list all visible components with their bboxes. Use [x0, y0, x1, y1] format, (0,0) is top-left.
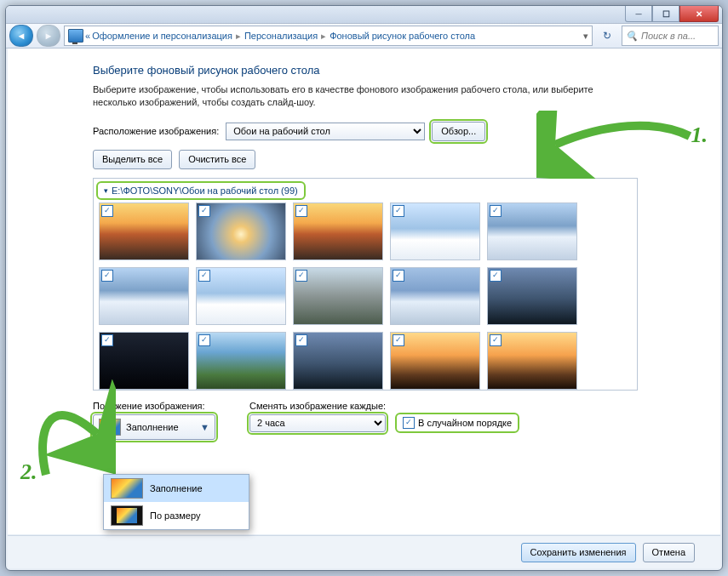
- thumbnail[interactable]: ✓: [99, 267, 189, 325]
- back-button[interactable]: ◄: [9, 25, 33, 47]
- thumb-checkbox[interactable]: ✓: [490, 334, 502, 346]
- thumb-checkbox[interactable]: ✓: [101, 334, 113, 346]
- position-option-fill[interactable]: Заполнение: [104, 475, 249, 502]
- maximize-button[interactable]: ☐: [652, 6, 679, 22]
- thumbnail[interactable]: ✓: [196, 332, 286, 390]
- interval-select[interactable]: 2 часа: [249, 414, 386, 432]
- thumbnail[interactable]: ✓: [487, 267, 577, 325]
- position-option-fit[interactable]: По размеру: [104, 502, 249, 529]
- shuffle-checkbox[interactable]: ✓ В случайном порядке: [398, 415, 517, 431]
- thumbnail[interactable]: ✓: [390, 202, 480, 260]
- breadcrumb-seg-2[interactable]: Персонализация: [244, 31, 318, 41]
- chevron-down-icon: ▼: [200, 422, 209, 432]
- search-placeholder: Поиск в па...: [641, 31, 696, 41]
- annotation-1: 1.: [691, 123, 708, 148]
- thumb-checkbox[interactable]: ✓: [393, 205, 404, 217]
- thumbnail[interactable]: ✓: [99, 332, 189, 390]
- search-input[interactable]: 🔍 Поиск в па...: [622, 26, 719, 46]
- thumb-checkbox[interactable]: ✓: [295, 334, 307, 346]
- control-panel-icon: [68, 29, 83, 43]
- thumbnail[interactable]: ✓: [293, 202, 383, 260]
- thumb-checkbox[interactable]: ✓: [198, 270, 210, 282]
- close-button[interactable]: ✕: [679, 6, 719, 22]
- thumb-checkbox[interactable]: ✓: [393, 334, 404, 346]
- search-icon: 🔍: [626, 31, 638, 42]
- breadcrumb-seg-3[interactable]: Фоновый рисунок рабочего стола: [330, 31, 475, 41]
- thumb-checkbox[interactable]: ✓: [490, 270, 502, 282]
- expand-icon: ▾: [104, 186, 108, 195]
- position-select[interactable]: Заполнение ▼: [93, 414, 215, 440]
- folder-header[interactable]: ▾ E:\ФОТО\SONY\Обои на рабочий стол (99): [99, 184, 303, 197]
- browse-button[interactable]: Обзор...: [432, 122, 485, 141]
- thumbnails: ✓ ✓ ✓ ✓ ✓ ✓ ✓ ✓ ✓ ✓ ✓ ✓ ✓ ✓ ✓: [99, 202, 632, 390]
- thumbnail[interactable]: ✓: [487, 332, 577, 390]
- navigation-bar: ◄ ► « Оформление и персонализация ▸ Перс…: [6, 24, 722, 48]
- select-all-button[interactable]: Выделить все: [93, 150, 172, 169]
- content-area: Выберите фоновый рисунок рабочего стола …: [8, 48, 720, 534]
- footer-bar: Сохранить изменения Отмена: [8, 535, 720, 568]
- forward-button[interactable]: ►: [37, 25, 60, 47]
- thumbnail[interactable]: ✓: [293, 267, 383, 325]
- position-dropdown[interactable]: Заполнение По размеру: [103, 474, 249, 530]
- interval-label: Сменять изображение каждые:: [249, 401, 517, 411]
- location-label: Расположение изображения:: [93, 126, 219, 136]
- thumbnail[interactable]: ✓: [390, 267, 480, 325]
- page-title: Выберите фоновый рисунок рабочего стола: [93, 64, 638, 77]
- thumb-checkbox[interactable]: ✓: [101, 205, 113, 217]
- cancel-button[interactable]: Отмена: [643, 543, 695, 562]
- breadcrumb-seg-1[interactable]: Оформление и персонализация: [92, 31, 232, 41]
- thumbnail[interactable]: ✓: [293, 332, 383, 390]
- thumbnail[interactable]: ✓: [487, 202, 577, 260]
- images-listbox[interactable]: ▾ E:\ФОТО\SONY\Обои на рабочий стол (99)…: [93, 178, 638, 391]
- thumb-checkbox[interactable]: ✓: [490, 205, 502, 217]
- thumb-checkbox[interactable]: ✓: [295, 205, 307, 217]
- thumb-checkbox[interactable]: ✓: [198, 334, 210, 346]
- thumbnail[interactable]: ✓: [196, 267, 286, 325]
- thumbnail[interactable]: ✓: [196, 202, 286, 260]
- thumb-checkbox[interactable]: ✓: [393, 270, 404, 282]
- position-label: Положение изображения:: [93, 401, 215, 411]
- thumbnail[interactable]: ✓: [99, 202, 189, 260]
- fill-mode-icon: [99, 419, 121, 436]
- minimize-button[interactable]: ─: [625, 6, 652, 22]
- refresh-button[interactable]: ↻: [596, 30, 618, 42]
- location-select[interactable]: Обои на рабочий стол: [226, 123, 425, 140]
- fill-mode-icon: [111, 478, 143, 499]
- page-subtitle: Выберите изображение, чтобы использовать…: [93, 83, 638, 110]
- thumb-checkbox[interactable]: ✓: [295, 270, 307, 282]
- thumb-checkbox[interactable]: ✓: [101, 270, 113, 282]
- thumbnail[interactable]: ✓: [390, 332, 480, 390]
- clear-all-button[interactable]: Очистить все: [179, 150, 255, 169]
- titlebar: ─ ☐ ✕: [6, 6, 722, 24]
- save-button[interactable]: Сохранить изменения: [521, 543, 636, 562]
- window-frame: ─ ☐ ✕ ◄ ► « Оформление и персонализация …: [5, 5, 723, 571]
- address-bar[interactable]: « Оформление и персонализация ▸ Персонал…: [64, 26, 593, 46]
- annotation-2: 2.: [20, 459, 37, 485]
- fit-mode-icon: [111, 505, 143, 526]
- thumb-checkbox[interactable]: ✓: [198, 205, 210, 217]
